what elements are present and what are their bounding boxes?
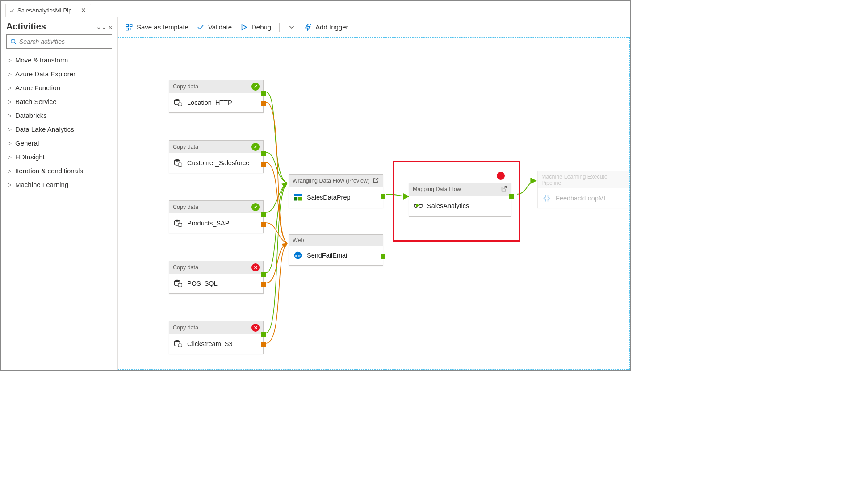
dataflow-icon [293,192,302,202]
pipeline-toolbar: Save as template Validate Debug Add trig… [118,17,630,37]
tab-pipeline[interactable]: ⑇ SalesAnalyticsMLPip… ✕ [5,4,91,17]
activity-copy-products[interactable]: Copy data✓ Products_SAP [169,200,264,233]
lightning-icon [304,23,312,31]
svg-point-14 [175,280,180,282]
svg-point-16 [175,340,180,342]
caret-right-icon: ▷ [8,154,12,159]
tab-title: SalesAnalyticsMLPip… [17,7,77,14]
activity-wrangling-salesdataprep[interactable]: Wrangling Data Flow (Preview) SalesDataP… [289,174,383,208]
caret-right-icon: ▷ [8,58,12,62]
status-success-icon: ✓ [251,143,260,151]
fail-port[interactable] [261,342,266,347]
sidebar-title: Activities [6,21,96,32]
success-port[interactable] [261,272,266,277]
sidebar-item-general[interactable]: ▷General [6,136,112,150]
activity-copy-clickstream[interactable]: Copy data✕ Clickstream_S3 [169,321,264,354]
debug-button[interactable]: Debug [240,23,271,31]
save-as-template-button[interactable]: Save as template [125,23,188,31]
svg-text:HTTP: HTTP [295,254,301,257]
svg-rect-2 [126,24,128,26]
caret-right-icon: ▷ [8,99,12,104]
activity-web-sendfailemail[interactable]: Web HTTPSendFailEmail [289,234,383,266]
database-icon [174,339,183,348]
fail-port[interactable] [261,101,266,106]
collapse-all-icon[interactable]: ⌄⌄ [96,23,107,30]
database-icon [174,98,183,107]
svg-point-0 [11,39,15,43]
sidebar-item-azure-function[interactable]: ▷Azure Function [6,81,112,95]
sidebar-item-hdinsight[interactable]: ▷HDInsight [6,150,112,164]
success-port[interactable] [261,332,266,337]
activities-panel: Activities ⌄⌄ « ▷Move & transform▷Azure … [1,17,118,370]
sidebar-item-iteration-conditionals[interactable]: ▷Iteration & conditionals [6,164,112,178]
success-port[interactable] [261,151,266,156]
caret-right-icon: ▷ [8,168,12,173]
success-port[interactable] [261,91,266,96]
status-error-icon: ✕ [251,263,260,271]
svg-line-1 [15,43,17,45]
svg-rect-19 [294,197,298,200]
sidebar-item-data-lake-analytics[interactable]: ▷Data Lake Analytics [6,122,112,136]
close-icon[interactable]: ✕ [81,7,86,14]
success-port[interactable] [261,212,266,217]
pipeline-canvas[interactable]: Copy data✓ Location_HTTP Copy data✓ Cust… [118,37,630,370]
open-external-icon[interactable] [373,177,379,185]
search-input[interactable] [6,34,112,49]
http-icon: HTTP [293,251,302,260]
add-trigger-button[interactable]: Add trigger [304,23,348,31]
fail-port[interactable] [261,162,266,167]
check-icon [197,23,205,31]
pipeline-icon: ⑇ [10,7,14,14]
svg-rect-3 [130,24,132,26]
database-icon [174,279,183,288]
activity-copy-pos[interactable]: Copy data✕ POS_SQL [169,261,264,294]
status-error-icon: ✕ [251,324,260,332]
caret-right-icon: ▷ [8,113,12,118]
status-success-icon: ✓ [251,203,260,211]
search-icon [10,38,17,45]
debug-dropdown[interactable] [288,23,296,31]
breakpoint-icon[interactable] [497,172,505,180]
play-icon [240,23,248,31]
caret-right-icon: ▷ [8,182,12,187]
svg-point-8 [175,99,180,101]
success-port[interactable] [629,182,630,187]
svg-rect-20 [298,197,302,200]
sidebar-item-databricks[interactable]: ▷Databricks [6,108,112,122]
database-icon [174,158,183,167]
sidebar-item-machine-learning[interactable]: ▷Machine Learning [6,178,112,192]
chevron-down-icon [288,23,296,31]
svg-marker-5 [242,25,247,30]
fail-port[interactable] [261,222,266,227]
sidebar-item-batch-service[interactable]: ▷Batch Service [6,95,112,108]
tab-bar: ⑇ SalesAnalyticsMLPip… ✕ [1,1,630,17]
activity-ml-feedbackloop[interactable]: Machine Learning Execute Pipeline Feedba… [537,171,630,208]
template-icon [125,23,133,31]
caret-right-icon: ▷ [8,141,12,146]
caret-right-icon: ▷ [8,71,12,76]
caret-right-icon: ▷ [8,127,12,132]
success-port[interactable] [381,194,385,199]
validate-button[interactable]: Validate [197,23,232,31]
caret-right-icon: ▷ [8,85,12,90]
svg-rect-18 [294,194,302,196]
success-port[interactable] [381,254,385,259]
search-field[interactable] [19,38,108,45]
svg-point-10 [175,159,180,162]
svg-point-12 [175,220,180,222]
sidebar-item-azure-data-explorer[interactable]: ▷Azure Data Explorer [6,67,112,81]
database-icon [174,219,183,228]
activity-copy-customer[interactable]: Copy data✓ Customer_Salesforce [169,140,264,173]
svg-rect-4 [126,28,128,30]
collapse-panel-icon[interactable]: « [109,23,112,30]
fail-port[interactable] [261,282,266,287]
sidebar-item-move-transform[interactable]: ▷Move & transform [6,53,112,67]
status-success-icon: ✓ [251,83,260,91]
activity-copy-location[interactable]: Copy data✓ Location_HTTP [169,80,264,113]
ml-icon [542,194,551,203]
